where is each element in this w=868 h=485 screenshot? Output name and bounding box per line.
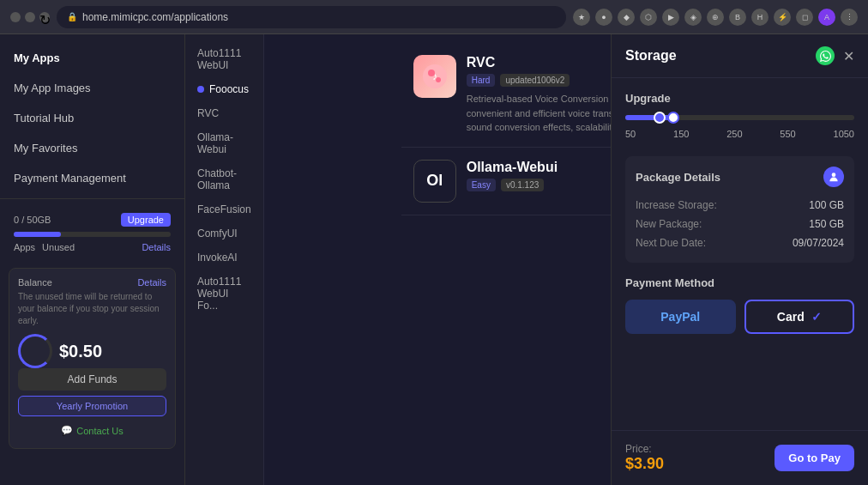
browser-btn-back[interactable]: [10, 12, 21, 22]
package-details-title: Package Details: [636, 171, 720, 184]
go-to-pay-button[interactable]: Go to Pay: [775, 445, 854, 471]
slider-label-550: 550: [780, 129, 795, 139]
check-mark-icon: ✓: [811, 310, 822, 324]
browser-icon-10: ⚡: [774, 9, 791, 26]
tab-apps[interactable]: Apps: [14, 242, 35, 252]
panel-header-icons: ✕: [816, 46, 854, 65]
sub-item-comfyui[interactable]: ComfyUI: [185, 221, 263, 246]
sub-item-auto1111-fo[interactable]: Auto1111 WebUI Fo...: [185, 270, 263, 318]
tag-easy: Easy: [467, 179, 496, 191]
sub-label-comfyui: ComfyUI: [197, 227, 238, 239]
whatsapp-icon[interactable]: [816, 46, 835, 65]
browser-icon-11: ◻: [796, 9, 813, 26]
contact-label: Contact Us: [76, 426, 123, 436]
sub-item-chatbot-ollama[interactable]: Chatbot-Ollama: [185, 161, 263, 197]
tab-unused[interactable]: Unused: [42, 242, 75, 252]
balance-gauge: [18, 334, 52, 368]
sidebar-label-my-apps: My Apps: [14, 52, 60, 64]
sub-item-ollama-webui[interactable]: Ollama-Webui: [185, 125, 263, 161]
contact-icon: 💬: [61, 425, 73, 436]
sidebar-item-my-favorites[interactable]: My Favorites: [0, 133, 184, 163]
browser-menu-icon[interactable]: ⋮: [841, 9, 858, 26]
browser-toolbar-icons: ★ ● ◆ ⬡ ▶ ◈ ⊕ B H ⚡ ◻ A ⋮: [573, 9, 858, 26]
balance-section: Balance Details The unused time will be …: [9, 268, 176, 449]
browser-icon-6: ◈: [684, 9, 702, 26]
sidebar-label-my-app-images: My App Images: [14, 82, 91, 94]
app-icon-rvc: ♪: [413, 55, 456, 98]
browser-window-buttons: ↻: [10, 12, 50, 22]
panel-footer: Price: $3.90 Go to Pay: [612, 430, 868, 485]
package-row-increase-storage: Increase Storage: 100 GB: [636, 196, 844, 215]
main-sidebar: My Apps My App Images Tutorial Hub My Fa…: [0, 34, 185, 485]
panel-title: Storage: [625, 48, 677, 64]
storage-label-row: 0 / 50GB Upgrade: [14, 213, 171, 227]
row-value-increase: 100 GB: [809, 199, 844, 211]
sidebar-label-tutorial-hub: Tutorial Hub: [14, 112, 74, 124]
address-bar[interactable]: 🔒 home.mimicpc.com/applications: [57, 6, 566, 28]
balance-note: The unused time will be returned to your…: [18, 291, 166, 327]
browser-icon-profile[interactable]: A: [818, 9, 835, 26]
sidebar-item-my-apps[interactable]: My Apps: [0, 43, 184, 73]
upgrade-slider-area: Upgrade 50 150 250 550 1050: [625, 92, 854, 139]
slider-track[interactable]: [625, 115, 854, 120]
payment-method-section: Payment Method PayPal Card ✓: [625, 276, 854, 334]
sidebar-item-my-app-images[interactable]: My App Images: [0, 73, 184, 103]
storage-bar-background: [14, 232, 171, 237]
row-label-due: Next Due Date:: [636, 237, 706, 249]
sub-label-rvc: RVC: [197, 107, 219, 119]
sub-item-invokeai[interactable]: InvokeAI: [185, 246, 263, 270]
ollama-icon-text: Ol: [426, 172, 443, 190]
tag-version: v0.1.123: [501, 179, 544, 191]
balance-header: Balance Details: [18, 277, 166, 288]
sidebar-label-my-favorites: My Favorites: [14, 142, 77, 155]
slider-thumb-right[interactable]: [667, 112, 679, 124]
row-value-new: 150 GB: [809, 218, 844, 230]
row-label-new: New Package:: [636, 218, 702, 230]
active-dot-icon: [197, 86, 204, 93]
package-row-due-date: Next Due Date: 09/07/2024: [636, 233, 844, 252]
slider-label-1050: 1050: [834, 129, 854, 139]
sub-label-invokeai: InvokeAI: [197, 252, 238, 264]
browser-icon-1: ★: [573, 9, 590, 26]
storage-panel: Storage ✕ Upgrade: [611, 34, 868, 485]
sidebar-item-payment-management[interactable]: Payment Management: [0, 163, 184, 193]
storage-bar-fill: [14, 232, 61, 237]
balance-label: Balance: [18, 277, 52, 288]
card-label: Card: [777, 310, 805, 324]
sub-label-auto1111: Auto1111 WebUI: [197, 47, 251, 71]
upgrade-section-title: Upgrade: [625, 92, 854, 105]
paypal-button[interactable]: PayPal: [625, 300, 736, 334]
browser-btn-forward[interactable]: [25, 12, 35, 22]
browser-icon-9: H: [751, 9, 769, 26]
tag-updated: updated1006v2: [500, 74, 570, 87]
browser-icon-4: ⬡: [640, 9, 657, 26]
sub-item-auto1111[interactable]: Auto1111 WebUI: [185, 41, 263, 77]
row-value-due: 09/07/2024: [793, 237, 844, 249]
slider-label-250: 250: [726, 129, 742, 139]
slider-label-50: 50: [625, 129, 636, 139]
browser-btn-refresh[interactable]: ↻: [39, 12, 50, 22]
package-details-header: Package Details: [636, 167, 844, 187]
sidebar-item-tutorial-hub[interactable]: Tutorial Hub: [0, 103, 184, 133]
add-funds-button[interactable]: Add Funds: [18, 368, 166, 391]
slider-labels: 50 150 250 550 1050: [625, 129, 854, 139]
sub-item-fooocus[interactable]: Fooocus: [185, 77, 263, 101]
yearly-promotion-button[interactable]: Yearly Promotion: [18, 396, 166, 416]
slider-thumb-left[interactable]: [654, 112, 666, 124]
package-details-section: Package Details Increase Storage: 100 GB: [625, 156, 854, 263]
app-list-area: Auto1111 WebUI Fooocus RVC Ollama-Webui …: [185, 34, 868, 485]
sub-label-chatbot-ollama: Chatbot-Ollama: [197, 167, 251, 191]
lock-icon: 🔒: [67, 12, 77, 21]
tab-details[interactable]: Details: [142, 242, 171, 252]
contact-us-button[interactable]: 💬 Contact Us: [18, 421, 166, 440]
sub-item-rvc[interactable]: RVC: [185, 101, 263, 125]
sidebar-label-payment-management: Payment Management: [14, 172, 126, 185]
close-panel-icon[interactable]: ✕: [843, 48, 854, 64]
card-button[interactable]: Card ✓: [744, 300, 855, 334]
upgrade-storage-button[interactable]: Upgrade: [121, 213, 171, 227]
panel-header: Storage ✕: [612, 34, 868, 78]
sub-item-facefusion[interactable]: FaceFusion: [185, 197, 263, 221]
svg-text:♪: ♪: [432, 70, 437, 82]
package-row-new-package: New Package: 150 GB: [636, 215, 844, 233]
balance-details-link[interactable]: Details: [137, 277, 166, 288]
